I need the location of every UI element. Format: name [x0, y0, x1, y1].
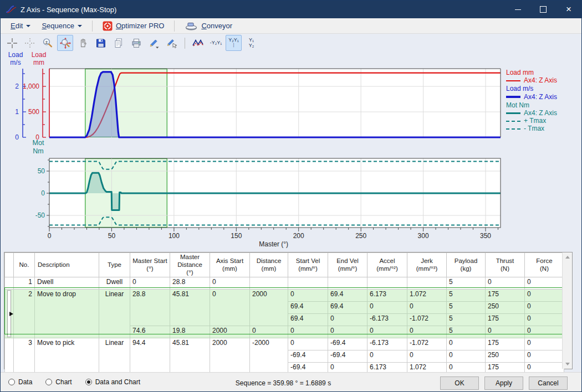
cell-force[interactable]: 0: [525, 326, 564, 338]
column-header[interactable]: End Vel(mm/°): [328, 253, 367, 277]
column-header[interactable]: MasterDistance(°): [170, 253, 210, 277]
cell-type[interactable]: Dwell: [99, 277, 130, 290]
cell-master_start[interactable]: 74.6: [130, 326, 170, 338]
ok-button[interactable]: OK: [440, 376, 479, 390]
cell-accel[interactable]: 6.173: [367, 290, 407, 302]
close-button[interactable]: ×: [556, 1, 581, 18]
cell-description[interactable]: Move to pick: [35, 338, 99, 375]
row-selector-cell[interactable]: [5, 290, 14, 338]
cell-thrust[interactable]: 175: [486, 338, 525, 350]
radio-data[interactable]: Data: [8, 378, 32, 386]
menu-item-conveyor[interactable]: Conveyor: [179, 20, 238, 32]
menu-item-sequence[interactable]: Sequence: [36, 20, 88, 32]
cell-master_distance[interactable]: 45.81: [170, 338, 210, 375]
menu-item-optimizer-pro[interactable]: Optimizer PRO: [97, 19, 170, 33]
cell-thrust[interactable]: 0: [486, 326, 525, 338]
cell-accel[interactable]: -6.173: [367, 338, 407, 350]
cell-type[interactable]: Linear: [99, 290, 130, 338]
cell-distance[interactable]: [250, 277, 288, 290]
cell-force[interactable]: 0: [525, 350, 564, 363]
cell-no[interactable]: 1: [14, 277, 35, 290]
cell-no[interactable]: 3: [14, 338, 35, 375]
cell-accel[interactable]: 0: [367, 302, 407, 314]
cell-start_vel[interactable]: 0: [288, 290, 328, 302]
cell-end_vel[interactable]: -69.4: [328, 338, 367, 350]
cell-master_start[interactable]: 94.4: [130, 338, 170, 375]
cell-payload[interactable]: 5: [447, 277, 486, 290]
cell-no[interactable]: 2: [14, 290, 35, 338]
column-header[interactable]: Distance(mm): [250, 253, 288, 277]
table-row[interactable]: 2Move to dropLinear28.845.8102000069.46.…: [5, 290, 564, 302]
cell-force[interactable]: 0: [525, 338, 564, 350]
chart-area[interactable]: 01205001,000MotNm-5005005010015020025030…: [1, 34, 505, 253]
column-header[interactable]: Start Vel(mm/°): [288, 253, 328, 277]
cell-thrust[interactable]: 250: [486, 350, 525, 363]
cell-start_vel[interactable]: [288, 277, 328, 290]
cell-master_distance[interactable]: 19.8: [170, 326, 210, 338]
cell-jerk[interactable]: 0: [407, 350, 447, 363]
scroll-down-button[interactable]: [563, 359, 572, 369]
cell-jerk[interactable]: 1.072: [407, 290, 447, 302]
table-row[interactable]: 3Move to pickLinear94.445.812000-20000-6…: [5, 338, 564, 350]
cell-end_vel[interactable]: 69.4: [328, 302, 367, 314]
cell-axis_start[interactable]: 2000: [210, 326, 250, 338]
cell-thrust[interactable]: 0: [486, 277, 525, 290]
cell-force[interactable]: 0: [525, 277, 564, 290]
row-selector-cell[interactable]: [5, 338, 14, 375]
radio-data-and-chart[interactable]: Data and Chart: [85, 378, 140, 386]
cell-payload[interactable]: 5: [447, 314, 486, 326]
column-header[interactable]: Description: [35, 253, 99, 277]
column-header[interactable]: Payload(kg): [447, 253, 486, 277]
cell-axis_start[interactable]: 0: [210, 277, 250, 290]
menu-item-edit[interactable]: Edit: [5, 20, 36, 32]
cell-end_vel[interactable]: 0: [328, 326, 367, 338]
column-header[interactable]: Thrust(N): [486, 253, 525, 277]
cell-payload[interactable]: 0: [447, 338, 486, 350]
cell-thrust[interactable]: 175: [486, 314, 525, 326]
cell-jerk[interactable]: 0: [407, 302, 447, 314]
cell-master_start[interactable]: 0: [130, 277, 170, 290]
cell-payload[interactable]: 5: [447, 290, 486, 302]
maximize-button[interactable]: [530, 1, 556, 18]
cell-accel[interactable]: -6.173: [367, 314, 407, 326]
cell-payload[interactable]: 5: [447, 326, 486, 338]
cell-accel[interactable]: [367, 277, 407, 290]
cell-end_vel[interactable]: -69.4: [328, 350, 367, 363]
apply-button[interactable]: Apply: [484, 376, 523, 390]
cell-thrust[interactable]: 175: [486, 290, 525, 302]
cell-start_vel[interactable]: 69.4: [288, 302, 328, 314]
cell-distance[interactable]: 0: [250, 326, 288, 338]
cell-jerk[interactable]: 0: [407, 326, 447, 338]
scroll-up-button[interactable]: [563, 252, 572, 262]
cell-payload[interactable]: 5: [447, 302, 486, 314]
cell-accel[interactable]: 0: [367, 326, 407, 338]
cell-description[interactable]: Move to drop: [35, 290, 99, 338]
minimize-button[interactable]: [505, 1, 530, 18]
column-header[interactable]: Master Start(°): [130, 253, 170, 277]
cell-start_vel[interactable]: 69.4: [288, 314, 328, 326]
cell-force[interactable]: 0: [525, 290, 564, 302]
cell-master_distance[interactable]: 28.8: [170, 277, 210, 290]
cell-jerk[interactable]: -1.072: [407, 338, 447, 350]
cell-master_distance[interactable]: 45.81: [170, 290, 210, 326]
column-header[interactable]: Force(N): [525, 253, 564, 277]
column-header[interactable]: Accel(mm/°²): [367, 253, 407, 277]
cell-distance[interactable]: 2000: [250, 290, 288, 326]
cell-jerk[interactable]: [407, 277, 447, 290]
cell-force[interactable]: 0: [525, 302, 564, 314]
cell-start_vel[interactable]: -69.4: [288, 350, 328, 363]
cell-master_start[interactable]: 28.8: [130, 290, 170, 326]
cancel-button[interactable]: Cancel: [529, 376, 568, 390]
column-header[interactable]: Jerk(mm/°³): [407, 253, 447, 277]
cell-description[interactable]: Dwell: [35, 277, 99, 290]
cell-thrust[interactable]: 250: [486, 302, 525, 314]
column-header[interactable]: No.: [14, 253, 35, 277]
cell-accel[interactable]: 0: [367, 350, 407, 363]
cell-end_vel[interactable]: 0: [328, 314, 367, 326]
cell-force[interactable]: 0: [525, 314, 564, 326]
cell-end_vel[interactable]: 69.4: [328, 290, 367, 302]
cell-type[interactable]: Linear: [99, 338, 130, 375]
row-selector-cell[interactable]: [5, 277, 14, 290]
cell-start_vel[interactable]: 0: [288, 338, 328, 350]
cell-payload[interactable]: 0: [447, 350, 486, 363]
